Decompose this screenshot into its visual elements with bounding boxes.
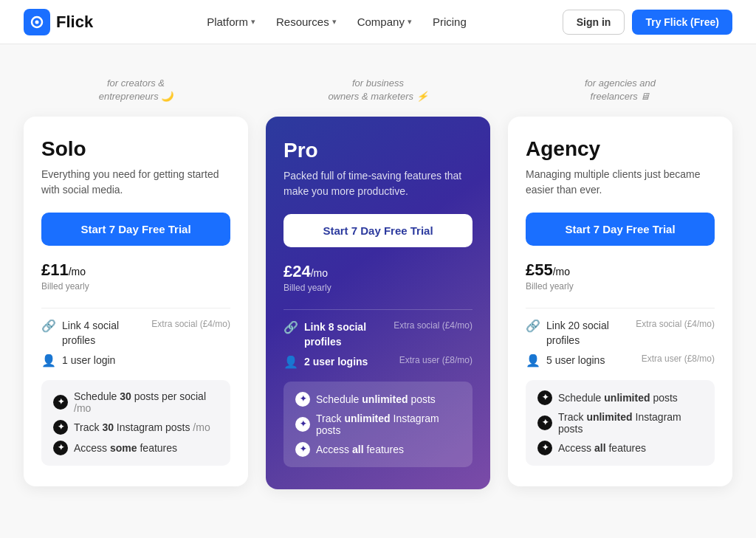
- agency-profiles-row: 🔗 Link 20 social profiles Extra social (…: [526, 319, 715, 348]
- pro-check-1: ✦ Schedule unlimited posts: [295, 392, 461, 407]
- solo-profiles-label: Link 4 social profiles: [62, 319, 142, 348]
- pro-billing: Billed yearly: [284, 283, 472, 293]
- agency-subtitle: for agencies andfreelancers 🖥: [585, 74, 656, 106]
- solo-plan-wrapper: for creators &entrepreneurs 🌙 Solo Every…: [24, 74, 248, 489]
- agency-plan-wrapper: for agencies andfreelancers 🖥 Agency Man…: [508, 74, 732, 489]
- pro-logins-label: 2 user logins: [304, 355, 391, 370]
- agency-logins-row: 👤 5 user logins Extra user (£8/mo): [526, 354, 715, 368]
- chevron-down-icon: ▾: [332, 17, 337, 27]
- check-icon: ✦: [53, 441, 68, 455]
- pro-profiles-row: 🔗 Link 8 social profiles Extra social (£…: [284, 320, 472, 349]
- nav-item-platform[interactable]: Platform ▾: [198, 10, 264, 34]
- solo-check-2: ✦ Track 30 Instagram posts /mo: [53, 420, 219, 435]
- solo-trial-button[interactable]: Start 7 Day Free Trial: [41, 213, 230, 246]
- check-icon: ✦: [295, 417, 310, 432]
- nav-item-resources[interactable]: Resources ▾: [267, 10, 346, 34]
- nav-links: Platform ▾ Resources ▾ Company ▾ Pricing: [117, 10, 557, 34]
- nav-item-pricing[interactable]: Pricing: [424, 10, 475, 34]
- pro-plan-card: Pro Packed full of time-saving features …: [266, 117, 490, 489]
- check-icon: ✦: [53, 420, 68, 435]
- solo-check-3: ✦ Access some features: [53, 441, 219, 455]
- solo-checklist: ✦ Schedule 30 posts per social /mo ✦ Tra…: [41, 380, 230, 466]
- pro-trial-button[interactable]: Start 7 Day Free Trial: [284, 214, 472, 247]
- pro-check-2: ✦ Track unlimited Instagram posts: [295, 413, 461, 436]
- user-icon: 👤: [526, 354, 540, 368]
- link-icon: 🔗: [526, 319, 540, 333]
- signin-button[interactable]: Sign in: [563, 10, 625, 35]
- agency-check-1: ✦ Schedule unlimited posts: [537, 390, 703, 405]
- agency-billing: Billed yearly: [526, 281, 715, 292]
- pro-divider: [284, 309, 472, 310]
- solo-plan-name: Solo: [41, 137, 230, 161]
- check-icon: ✦: [537, 415, 552, 430]
- check-icon: ✦: [295, 442, 310, 457]
- pro-plan-name: Pro: [284, 139, 472, 162]
- pro-price: £24/mo: [284, 262, 472, 281]
- pro-plan-wrapper: for businessowners & marketers ⚡ Pro Pac…: [266, 74, 490, 489]
- solo-billing: Billed yearly: [41, 281, 230, 292]
- check-icon: ✦: [295, 392, 310, 407]
- pro-checklist: ✦ Schedule unlimited posts ✦ Track unlim…: [284, 382, 472, 467]
- check-icon: ✦: [537, 390, 552, 405]
- agency-profiles-label: Link 20 social profiles: [546, 319, 627, 348]
- agency-trial-button[interactable]: Start 7 Day Free Trial: [526, 213, 715, 246]
- user-icon: 👤: [41, 354, 56, 368]
- solo-logins-row: 👤 1 user login: [41, 354, 230, 368]
- pro-plan-desc: Packed full of time-saving features that…: [284, 168, 472, 199]
- pro-logins-extra: Extra user (£8/mo): [399, 355, 472, 365]
- solo-logins-label: 1 user login: [62, 354, 230, 368]
- logo-text: Flick: [56, 13, 93, 32]
- link-icon: 🔗: [284, 320, 298, 334]
- agency-divider: [526, 308, 715, 308]
- solo-subtitle: for creators &entrepreneurs 🌙: [99, 74, 173, 106]
- check-icon: ✦: [53, 395, 68, 410]
- agency-logins-extra: Extra user (£8/mo): [642, 354, 715, 364]
- plans-container: for creators &entrepreneurs 🌙 Solo Every…: [24, 74, 732, 489]
- solo-plan-card: Solo Everything you need for getting sta…: [24, 117, 248, 486]
- logo-icon: [24, 9, 50, 35]
- user-icon: 👤: [284, 355, 298, 369]
- link-icon: 🔗: [41, 319, 56, 333]
- navbar: Flick Platform ▾ Resources ▾ Company ▾ P…: [0, 0, 756, 44]
- pro-logins-row: 👤 2 user logins Extra user (£8/mo): [284, 355, 472, 370]
- solo-profiles-extra: Extra social (£4/mo): [151, 319, 230, 329]
- pro-check-3: ✦ Access all features: [295, 442, 461, 457]
- pro-subtitle: for businessowners & marketers ⚡: [328, 74, 427, 106]
- nav-item-company[interactable]: Company ▾: [348, 10, 421, 34]
- try-button[interactable]: Try Flick (Free): [632, 10, 732, 35]
- agency-checklist: ✦ Schedule unlimited posts ✦ Track unlim…: [526, 380, 715, 466]
- agency-check-3: ✦ Access all features: [537, 441, 703, 455]
- pro-profiles-label: Link 8 social profiles: [304, 320, 385, 349]
- pricing-section: for creators &entrepreneurs 🌙 Solo Every…: [0, 44, 756, 534]
- nav-actions: Sign in Try Flick (Free): [563, 10, 732, 35]
- solo-plan-desc: Everything you need for getting started …: [41, 167, 230, 198]
- agency-check-2: ✦ Track unlimited Instagram posts: [537, 411, 703, 435]
- agency-plan-card: Agency Managing multiple clients just be…: [508, 117, 732, 486]
- solo-divider: [41, 308, 230, 308]
- agency-plan-desc: Managing multiple clients just became ea…: [526, 167, 715, 198]
- check-icon: ✦: [537, 441, 552, 455]
- agency-price: £55/mo: [526, 261, 715, 280]
- chevron-down-icon: ▾: [408, 17, 412, 27]
- agency-profiles-extra: Extra social (£4/mo): [636, 319, 715, 329]
- solo-check-1: ✦ Schedule 30 posts per social /mo: [53, 390, 219, 414]
- agency-logins-label: 5 user logins: [546, 354, 633, 368]
- footer-section: All plans support Scheduling for:: [0, 534, 756, 538]
- solo-profiles-row: 🔗 Link 4 social profiles Extra social (£…: [41, 319, 230, 348]
- chevron-down-icon: ▾: [251, 17, 255, 27]
- solo-price: £11/mo: [41, 261, 230, 280]
- logo[interactable]: Flick: [24, 9, 93, 35]
- pro-profiles-extra: Extra social (£4/mo): [394, 320, 472, 331]
- svg-point-1: [35, 20, 39, 24]
- agency-plan-name: Agency: [526, 137, 715, 161]
